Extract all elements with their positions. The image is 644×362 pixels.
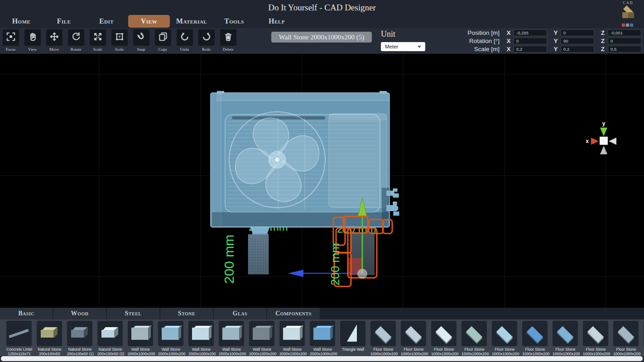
gizmo-right-cone[interactable]	[609, 138, 616, 145]
scale-y-input[interactable]	[561, 46, 594, 52]
gizmo-x-cone[interactable]	[591, 138, 599, 145]
palette-item[interactable]: Floor Stone1000x1000x200	[583, 321, 609, 356]
palette-item-name: Wall Stone	[310, 347, 336, 352]
gizmo-cube[interactable]	[600, 137, 608, 145]
position-x-input[interactable]	[514, 29, 547, 36]
position-z-input[interactable]	[608, 29, 641, 36]
palette-item[interactable]: Natural Stone200x100x50 (2)	[97, 321, 123, 356]
chevron-down-icon	[418, 46, 421, 48]
palette-item[interactable]: Floor Stone1000x1000x200	[553, 321, 578, 356]
palette-item-thumbnail	[67, 321, 92, 346]
menu-view[interactable]: View	[128, 15, 170, 28]
orientation-gizmo[interactable]: y x	[586, 120, 616, 154]
palette-item[interactable]: Concrete Lintel1250x115x71	[6, 321, 32, 356]
hand-icon	[28, 32, 38, 43]
palette-item-thumbnail	[37, 321, 62, 346]
palette-item[interactable]: Floor Stone1000x1000x200	[370, 321, 396, 356]
redo-button[interactable]: Redo	[198, 29, 215, 52]
copy-button[interactable]: Copy	[154, 29, 171, 52]
side-panel	[329, 114, 387, 208]
unit-select[interactable]: Meter	[381, 42, 425, 51]
palette-scrollbar-thumb[interactable]	[1, 356, 643, 361]
menu-material[interactable]: Material	[171, 15, 212, 28]
tab-glas[interactable]: Glas	[214, 308, 266, 319]
palette-item-size: 1000x1000x200	[522, 352, 548, 356]
viewport-canvas[interactable]: 200 mm 200 mm	[0, 54, 644, 308]
left-stone-pillar[interactable]	[248, 234, 269, 274]
transform-panel: Position [m] X Y Z Rotation [°] X Y Z Sc…	[456, 29, 641, 53]
position-row: Position [m] X Y Z	[456, 29, 641, 37]
palette-item-name: Floor Stone	[370, 347, 396, 352]
palette-item[interactable]: Natural Stone200x100x50	[37, 321, 62, 356]
tab-wood[interactable]: Wood	[53, 308, 106, 319]
position-y-input[interactable]	[561, 29, 594, 36]
scale-rect-button[interactable]: Scale	[111, 29, 128, 52]
snap-button[interactable]: Snap	[133, 29, 149, 52]
origin-handle[interactable]	[357, 269, 367, 279]
right-stone-pillar[interactable]	[348, 232, 375, 275]
palette-item-size: 2000x1000x200	[249, 352, 275, 356]
menu-help[interactable]: Help	[256, 15, 298, 28]
material-tab-bar: Basic Wood Steel Stone Glas Components	[0, 308, 644, 319]
scale-z-input[interactable]	[608, 46, 641, 52]
palette-item[interactable]: Natural Stone200x100x50 (1)	[67, 321, 93, 356]
palette-item-size: 1000x1000x200	[492, 352, 518, 356]
palette-item[interactable]: Triangle Wall	[340, 321, 366, 356]
palette-item-thumbnail	[522, 321, 548, 346]
palette-item-name: Wall Stone	[188, 347, 214, 352]
ac-unit-model[interactable]	[211, 91, 399, 235]
tab-stone[interactable]: Stone	[160, 308, 213, 319]
palette-item-size: 200x100x50 (1)	[67, 352, 93, 356]
rotation-z-input[interactable]	[608, 38, 641, 44]
menu-home[interactable]: Home	[0, 15, 42, 28]
undo-icon	[180, 32, 190, 43]
rotation-label: Rotation [°]	[456, 38, 504, 44]
rotation-x-input[interactable]	[514, 38, 547, 44]
palette-item-thumbnail	[492, 321, 517, 346]
palette-item[interactable]: Wall Stone2000x1000x200	[279, 321, 305, 356]
palette-item-name: Natural Stone	[37, 347, 62, 352]
palette-item-name: Wall Stone	[158, 347, 184, 352]
move-icon	[49, 32, 59, 43]
header: Do It Yourself - CAD Designer Home File …	[0, 0, 644, 28]
palette-item[interactable]: Floor Stone1000x1000x200	[492, 321, 518, 356]
view-button[interactable]: View	[24, 29, 41, 52]
palette-item[interactable]: Floor Stone1000x1000x200	[431, 321, 457, 356]
palette-item-thumbnail	[128, 321, 153, 346]
rotation-row: Rotation [°] X Y Z	[456, 37, 641, 45]
palette-item-name: Wall Stone	[128, 347, 154, 352]
palette-item-thumbnail	[249, 321, 274, 346]
scale-row: Scale [m] X Y Z	[456, 45, 641, 53]
undo-button[interactable]: Undo	[176, 29, 193, 52]
palette-item[interactable]: Floor Stone1000x1000x200	[401, 321, 427, 356]
delete-button[interactable]: Delete	[220, 29, 236, 52]
palette-item-thumbnail	[613, 321, 639, 346]
tab-components[interactable]: Components	[267, 308, 320, 319]
palette-item[interactable]: Wall Stone2000x1000x200	[158, 321, 184, 356]
rotate-button[interactable]: Rotate	[67, 29, 84, 52]
palette-item[interactable]: Floor Stone1000x1000x200	[522, 321, 548, 356]
rotation-y-input[interactable]	[561, 38, 594, 44]
move-button[interactable]: Move	[46, 29, 62, 52]
palette-item[interactable]: Wall Stone2000x1000x200	[310, 321, 336, 356]
palette-item[interactable]: Wall Stone2000x1000x200	[249, 321, 275, 356]
menu-tools[interactable]: Tools	[213, 15, 255, 28]
palette-item-size: 1000x1000x200	[431, 352, 457, 356]
palette-item-thumbnail	[431, 321, 457, 346]
palette-item-thumbnail	[401, 321, 426, 346]
position-label: Position [m]	[456, 29, 504, 36]
tab-steel[interactable]: Steel	[107, 308, 159, 319]
menu-edit[interactable]: Edit	[86, 15, 127, 28]
tab-basic[interactable]: Basic	[0, 308, 53, 319]
palette-item[interactable]: Wall Stone2000x1000x200	[188, 321, 214, 356]
palette-item[interactable]: Floor Stone1000x1000x200	[461, 321, 487, 356]
palette-item[interactable]: Wall Stone2000x1000x200	[128, 321, 154, 356]
menu-file[interactable]: File	[43, 15, 85, 28]
focus-button[interactable]: Focus	[2, 29, 19, 52]
gizmo-bottom-cone[interactable]	[600, 146, 607, 154]
palette-item[interactable]: Floor Stone1000x1000x200	[613, 321, 639, 356]
scale-x-input[interactable]	[514, 46, 547, 52]
scale-button[interactable]: Scale	[89, 29, 106, 52]
gizmo-y-cone[interactable]	[600, 128, 607, 136]
palette-item[interactable]: Wall Stone2000x1000x200	[219, 321, 245, 356]
